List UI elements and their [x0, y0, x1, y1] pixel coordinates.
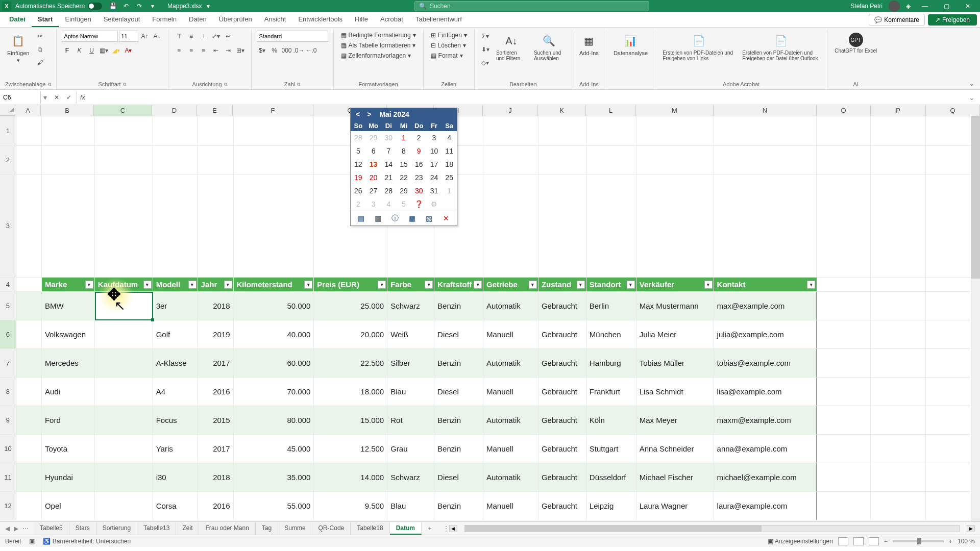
filter-dropdown-icon[interactable]: ▾	[425, 281, 433, 289]
cell[interactable]	[16, 174, 42, 277]
cell[interactable]: 9.500	[314, 492, 387, 520]
cell[interactable]: 18.000	[314, 378, 387, 406]
cell[interactable]	[234, 146, 314, 174]
calendar-day[interactable]: 10	[427, 144, 442, 158]
cell[interactable]: Anna Schneider	[636, 435, 714, 463]
cell[interactable]: Audi	[42, 378, 95, 406]
cell[interactable]: 2017	[198, 349, 234, 377]
cell[interactable]	[483, 174, 538, 277]
calendar-day[interactable]: 20	[366, 171, 381, 184]
cell[interactable]: 60.000	[234, 349, 314, 377]
cell[interactable]	[817, 116, 871, 145]
cell[interactable]: Automatik	[483, 406, 538, 434]
cell[interactable]	[16, 378, 42, 406]
cell[interactable]: tobias@example.com	[714, 349, 817, 377]
menu-tab-start[interactable]: Start	[32, 12, 59, 27]
sheet-tab-qr-code[interactable]: QR-Code	[312, 522, 351, 535]
thousands-icon[interactable]: 000	[281, 45, 292, 56]
cell[interactable]: Blau	[387, 378, 434, 406]
vertical-scrollbar[interactable]	[971, 116, 980, 521]
number-format-select[interactable]	[257, 31, 328, 42]
cell[interactable]	[483, 116, 538, 145]
cell[interactable]	[483, 146, 538, 174]
minimize-icon[interactable]: —	[915, 0, 935, 12]
bold-button[interactable]: F	[62, 45, 73, 56]
row-header-6[interactable]: 6	[0, 320, 16, 348]
cell[interactable]: 40.000	[234, 320, 314, 348]
cell[interactable]	[95, 378, 153, 406]
cell[interactable]: 70.000	[234, 378, 314, 406]
cell[interactable]: lisa@example.com	[714, 378, 817, 406]
cell[interactable]	[16, 435, 42, 463]
table-header-kilometerstand[interactable]: Kilometerstand▾	[234, 278, 314, 291]
sort-filter-button[interactable]: A↓Sortieren und Filtern	[494, 31, 529, 63]
menu-tab-tabellenentwurf[interactable]: Tabellenentwurf	[409, 12, 468, 27]
cell[interactable]: Gebraucht	[538, 435, 586, 463]
align-right-icon[interactable]: ≡	[198, 45, 209, 56]
cell[interactable]: Benzin	[434, 435, 483, 463]
add-sheet-button[interactable]: ＋	[422, 522, 438, 535]
calendar-day[interactable]: 6	[366, 144, 381, 158]
sheet-prev-icon[interactable]: ◀	[5, 525, 10, 532]
row-header-5[interactable]: 5	[0, 292, 16, 320]
table-header-standort[interactable]: Standort▾	[586, 278, 636, 291]
cell[interactable]: Max Mustermann	[636, 292, 714, 320]
column-header-P[interactable]: P	[871, 105, 926, 116]
cell[interactable]: Gebraucht	[538, 492, 586, 520]
calendar-day[interactable]: 24	[427, 171, 442, 184]
cell[interactable]: Gebraucht	[538, 378, 586, 406]
horizontal-scrollbar[interactable]	[464, 525, 960, 532]
calendar-day[interactable]: 25	[442, 171, 457, 184]
column-header-F[interactable]: F	[233, 105, 313, 116]
cell[interactable]: anna@example.com	[714, 435, 817, 463]
row-header-3[interactable]: 3	[0, 174, 16, 277]
zoom-in-icon[interactable]: +	[949, 538, 952, 545]
cell[interactable]	[714, 146, 817, 174]
cell[interactable]: laura@example.com	[714, 492, 817, 520]
sheet-tab-tag[interactable]: Tag	[256, 522, 278, 535]
cell[interactable]	[16, 146, 42, 174]
row-header-11[interactable]: 11	[0, 463, 16, 491]
filter-dropdown-icon[interactable]: ▾	[143, 281, 152, 289]
row-header-8[interactable]: 8	[0, 378, 16, 406]
cell[interactable]: Julia Meier	[636, 320, 714, 348]
cell[interactable]	[871, 320, 926, 348]
calendar-day[interactable]: 29	[396, 184, 411, 197]
italic-button[interactable]: K	[74, 45, 85, 56]
dialog-launcher-icon[interactable]: ⧉	[123, 82, 126, 87]
cell[interactable]	[871, 406, 926, 434]
cell[interactable]: Manuell	[483, 435, 538, 463]
share-button[interactable]: ↗ Freigeben	[928, 14, 977, 26]
menu-tab-seitenlayout[interactable]: Seitenlayout	[97, 12, 146, 27]
cell[interactable]	[234, 174, 314, 277]
cell[interactable]: München	[586, 320, 636, 348]
filter-dropdown-icon[interactable]: ▾	[807, 281, 815, 289]
cell[interactable]: Schwarz	[387, 292, 434, 320]
cell[interactable]	[95, 492, 153, 520]
cell[interactable]: Manuell	[483, 378, 538, 406]
cell[interactable]: Max Meyer	[636, 406, 714, 434]
namebox-dropdown-icon[interactable]: ▾	[41, 93, 49, 102]
cell[interactable]: 2018	[198, 292, 234, 320]
cell[interactable]: 2015	[198, 406, 234, 434]
cell[interactable]: 12.500	[314, 435, 387, 463]
autosave-toggle[interactable]: Automatisches Speichern	[15, 3, 102, 10]
calendar-day[interactable]: 11	[442, 144, 457, 158]
filter-dropdown-icon[interactable]: ▾	[474, 281, 482, 289]
cell[interactable]	[42, 116, 95, 145]
calendar-day[interactable]: 23	[411, 171, 427, 184]
pdf-outlook-button[interactable]: 📄Erstellen von PDF-Dateien und Freigeben…	[740, 31, 822, 63]
sheet-tab-summe[interactable]: Summe	[278, 522, 312, 535]
sheet-next-icon[interactable]: ▶	[14, 525, 18, 532]
align-bottom-icon[interactable]: ⊥	[198, 31, 209, 42]
table-header-jahr[interactable]: Jahr▾	[198, 278, 234, 291]
cell[interactable]	[153, 116, 198, 145]
cell[interactable]	[42, 146, 95, 174]
cell[interactable]: Diesel	[434, 378, 483, 406]
calendar-day[interactable]: 17	[427, 158, 442, 171]
cell[interactable]	[871, 378, 926, 406]
row-header-10[interactable]: 10	[0, 435, 16, 463]
cell[interactable]	[538, 174, 586, 277]
table-header-preiseur[interactable]: Preis (EUR)▾	[314, 278, 387, 291]
sheet-tab-tabelle5[interactable]: Tabelle5	[34, 522, 69, 535]
